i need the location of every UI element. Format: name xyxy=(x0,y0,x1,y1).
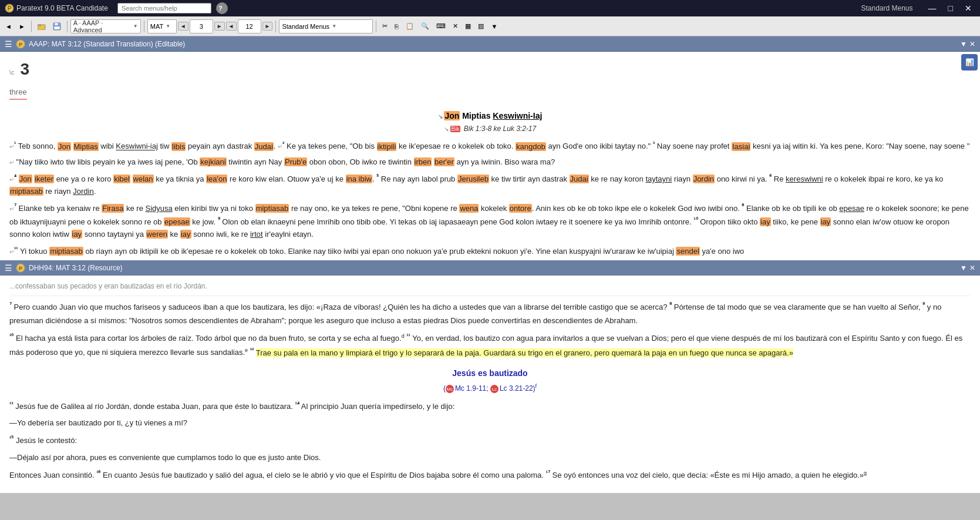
chapter-number: 3 xyxy=(21,56,30,83)
toolbar-separator-3 xyxy=(144,21,144,32)
close-button[interactable]: ✕ xyxy=(961,4,975,13)
ref-arrow: ↘ xyxy=(444,126,450,132)
spanish-verse-10: ¹⁰ El hacha ya está lista para cortar lo… xyxy=(9,331,971,360)
verse-num-7: ⁷ xyxy=(14,203,16,209)
libis-v1: libis xyxy=(171,142,186,151)
berer: ber'er xyxy=(434,157,454,166)
top-panel-title-area: ☰ P AAAP: MAT 3:12 (Standard Translation… xyxy=(5,39,185,49)
iay-v10b: iay xyxy=(820,217,831,226)
title-bar-controls: Standard Menus — □ ✕ xyxy=(861,4,975,13)
ref-text: Bik 1:3-8 ke Luk 3:2-17 xyxy=(464,125,536,133)
hamburger-icon[interactable]: ☰ xyxy=(5,39,12,49)
search-button[interactable]: 🔍 xyxy=(418,19,432,33)
verse-4: ↵⁴ Jon iketer ene ya o re koro kibel wel… xyxy=(9,172,971,198)
iktipili-v2: iktipili xyxy=(377,142,397,151)
mc-ref-icon: Mc xyxy=(446,385,454,393)
toolbar: ◄ ► A · AAAP · Advanced ▼ MAT ▼ ◄ ► ◄ ► … xyxy=(0,16,980,36)
pilcrow-2: ↵ xyxy=(278,144,282,150)
spanish-verse-num-10: ¹⁰ xyxy=(9,333,14,339)
style-dropdown[interactable]: A · AAAP · Advanced ▼ xyxy=(70,19,141,33)
miptias-v1: Miptias xyxy=(73,142,99,151)
folder-icon xyxy=(38,23,46,30)
jon-v4: Jon xyxy=(19,175,32,183)
paste-button[interactable]: 📋 xyxy=(403,19,417,33)
chapter-prev-button[interactable]: ◄ xyxy=(178,22,188,31)
tool1-button[interactable]: ✕ xyxy=(450,19,461,33)
spanish-verse-num-17: ¹⁷ xyxy=(546,469,550,476)
sendel: sendel xyxy=(676,247,699,256)
book-selector[interactable]: MAT ▼ xyxy=(147,19,177,33)
tool3-button[interactable]: ▧ xyxy=(475,19,487,33)
chapter-next-button[interactable]: ► xyxy=(214,22,225,31)
maximize-button[interactable]: □ xyxy=(945,4,957,13)
spanish-verse-num-15: ¹⁵ xyxy=(9,435,14,441)
chapter-input[interactable] xyxy=(190,19,213,33)
top-panel-title: AAAP: MAT 3:12 (Standard Translation) (E… xyxy=(29,40,185,48)
verse-quote-1: ↵ "Nay tiiko iwto tiw libis peyain ke ya… xyxy=(9,156,971,169)
verse-1: ↵¹ Teb sonno, Jon Miptias wibi Keswiwni-… xyxy=(9,139,971,153)
open-button[interactable] xyxy=(35,19,49,33)
top-content-area: 📊 \c 3 three ↘ Jon Miptias Keswiwni-Iaj … xyxy=(0,52,980,260)
bottom-panel-expand-button[interactable]: ▼ xyxy=(960,264,967,272)
welan: welan xyxy=(133,175,154,183)
spanish-dialogue-2: —Déjalo así por ahora, pues es convenien… xyxy=(9,451,971,464)
spanish-verse-num-14: ¹⁴ xyxy=(295,401,299,407)
paragraph-style-dropdown[interactable]: Standard Menus ▼ xyxy=(279,19,373,33)
spanish-verse-7: ⁷ Pero cuando Juan vio que muchos farise… xyxy=(9,300,971,327)
copy-button[interactable]: ⎘ xyxy=(392,19,402,33)
app-title: Paratext 9.0 BETA Candidate xyxy=(16,4,108,12)
top-panel-close-button[interactable]: ✕ xyxy=(969,40,975,48)
kereswiwni: kereswiwni xyxy=(786,175,823,183)
back-button[interactable]: ◄ xyxy=(2,19,15,33)
minimize-button[interactable]: — xyxy=(925,4,940,13)
standard-menus-label: Standard Menus xyxy=(861,4,912,12)
epesae-v8: epesae xyxy=(839,204,864,213)
toolbar-separator-2 xyxy=(67,21,68,32)
verse-num-5: ⁵ xyxy=(376,173,379,180)
spanish-verse-num-12: ¹² xyxy=(250,347,254,353)
top-panel-expand-button[interactable]: ▼ xyxy=(960,40,967,48)
verse-11: ↵¹¹ Yi tokuo miptiasab ob riayn ayn ob i… xyxy=(9,244,971,258)
book-dropdown-arrow: ▼ xyxy=(166,24,170,29)
bottom-content-area: ...confessaban sus pecados y eran bautiz… xyxy=(0,276,980,493)
svg-rect-5 xyxy=(55,23,58,25)
save-button[interactable] xyxy=(50,19,64,33)
weren: weren xyxy=(146,230,168,239)
forward-button[interactable]: ► xyxy=(16,19,28,33)
verse-next-button[interactable]: ► xyxy=(262,22,273,31)
verse-input[interactable] xyxy=(238,19,261,33)
pilcrow-1: ↵ xyxy=(9,144,14,150)
tool4-button[interactable]: ▼ xyxy=(488,19,500,33)
svg-rect-3 xyxy=(38,25,41,26)
judai-v1: Judai xyxy=(254,142,274,151)
bottom-hamburger-icon[interactable]: ☰ xyxy=(5,263,12,273)
leaon: lea'on xyxy=(206,175,227,183)
style-dropdown-arrow: ▼ xyxy=(133,24,138,29)
analytics-button[interactable]: 📊 xyxy=(961,54,978,71)
help-button[interactable]: ? xyxy=(216,2,228,14)
ina-ibiw: ina ibiw xyxy=(346,175,372,183)
spanish-footnote-d: d xyxy=(402,333,405,339)
heading-text: Jon Miptias Keswiwni-Iaj xyxy=(444,111,542,120)
verse-num-4: ⁴ xyxy=(14,173,16,180)
save-icon xyxy=(53,22,61,31)
spanish-ref-sup: f xyxy=(536,383,537,389)
spanish-footnote-e: e xyxy=(245,347,248,353)
bottom-panel-header: ☰ P DHH94: MAT 3:12 (Resource) ▼ ✕ xyxy=(0,260,980,276)
iay-v10d: iay xyxy=(180,230,191,239)
style-label: A · AAAP · Advanced xyxy=(73,19,131,33)
top-panel-header: ☰ P AAAP: MAT 3:12 (Standard Translation… xyxy=(0,36,980,52)
keyboard-button[interactable]: ⌨ xyxy=(433,19,449,33)
verse-prev-button[interactable]: ◄ xyxy=(226,22,237,31)
pilcrow-11: ↵ xyxy=(9,249,14,255)
sidyusa: Sidyusa xyxy=(146,204,173,213)
cut-button[interactable]: ✂ xyxy=(379,19,390,33)
verse-num-8: ⁸ xyxy=(742,203,744,209)
iay-v10c: iay xyxy=(72,230,83,239)
top-panel-controls[interactable]: ▼ ✕ xyxy=(960,40,975,48)
tool2-button[interactable]: ▦ xyxy=(462,19,474,33)
search-input[interactable] xyxy=(117,3,211,14)
bottom-panel-close-button[interactable]: ✕ xyxy=(969,264,975,272)
spanish-section-heading: Jesús es bautizado xyxy=(9,367,971,381)
bottom-panel-controls[interactable]: ▼ ✕ xyxy=(960,264,975,272)
